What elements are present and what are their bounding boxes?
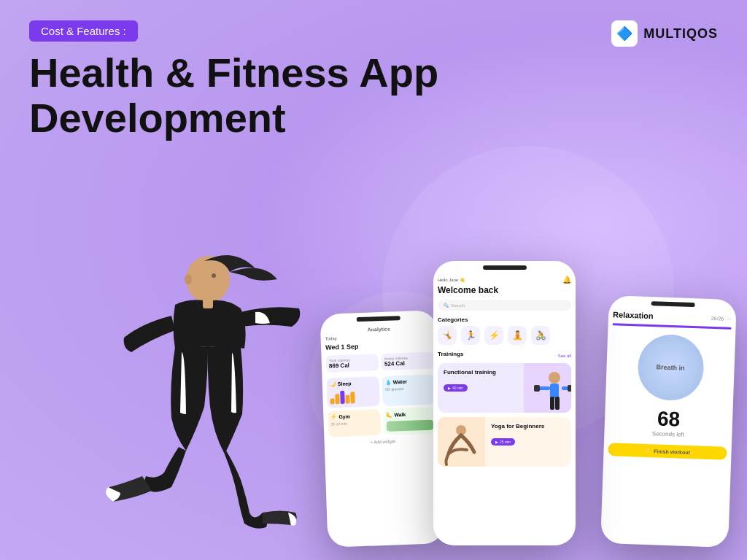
total-cal-value: 869 Cal xyxy=(329,361,376,369)
training-1-img-placeholder xyxy=(524,363,571,413)
svg-point-5 xyxy=(549,372,560,384)
sleep-bar-2 xyxy=(335,394,339,404)
see-all-link[interactable]: See all xyxy=(558,354,571,358)
cost-badge: Cost & Features : xyxy=(29,20,138,42)
trainings-header: Trainings See all xyxy=(438,351,571,360)
calories-row: Total calories 869 Cal Active calories 5… xyxy=(325,351,434,372)
bell-icon: 🔔 xyxy=(562,276,571,284)
svg-rect-13 xyxy=(438,417,485,467)
search-bar[interactable]: 🔍 Search xyxy=(438,300,571,311)
logo-icon: 🔷 xyxy=(611,20,638,47)
add-widget-btn[interactable]: + Add widget xyxy=(329,438,437,446)
total-cal-box: Total calories 869 Cal xyxy=(325,354,379,372)
sleep-bar-3 xyxy=(340,391,345,404)
water-label: 💧 Water xyxy=(385,378,432,386)
categories-row: 🤸 🏃 ⚡ 🧘 🚴 xyxy=(438,326,571,345)
svg-point-3 xyxy=(185,274,192,284)
category-strength[interactable]: ⚡ xyxy=(484,326,503,345)
sleep-bar-1 xyxy=(330,398,335,404)
analytics-tab: Analytics xyxy=(325,325,433,334)
training-2-info: Yoga for Beginners ▶ 25 min xyxy=(485,417,571,467)
breath-circle: Breath in xyxy=(637,334,705,402)
phone-right-screen: Relaxation 26/26 ··· Breath in 68 Second… xyxy=(600,307,736,545)
finish-workout-btn[interactable]: ⭐ Finish workout xyxy=(608,443,727,460)
main-title: Health & Fitness App Development xyxy=(29,50,438,140)
training-card-1[interactable]: Functional training ▶ 40 min xyxy=(438,363,571,413)
relaxation-title: Relaxation xyxy=(613,310,654,320)
svg-rect-11 xyxy=(550,397,554,410)
sleep-widget: 🌙 Sleep xyxy=(327,376,380,408)
finish-btn-text: Finish workout xyxy=(654,448,690,455)
count-value: 26/26 xyxy=(711,315,724,321)
progress-bar xyxy=(613,323,732,330)
trainings-label: Trainings xyxy=(438,351,464,357)
walk-widget: 🦶 Walk xyxy=(383,407,436,435)
water-value: 6/8 glasses xyxy=(385,386,432,392)
star-icon: ⭐ xyxy=(645,448,651,454)
logo: 🔷 MULTIQOS xyxy=(611,20,718,47)
hello-text: Hello Jane 👋 xyxy=(438,277,465,282)
category-meditation[interactable]: 🧘 xyxy=(508,326,527,345)
training-2-duration: ▶ 25 min xyxy=(491,438,515,446)
training-card-2[interactable]: Yoga for Beginners ▶ 25 min xyxy=(438,417,571,467)
training-1-info: Functional training ▶ 40 min xyxy=(438,363,524,413)
breath-circle-container: Breath in xyxy=(610,332,731,402)
gym-label: ⚡ Gym xyxy=(330,413,377,420)
sleep-label: 🌙 Sleep xyxy=(330,380,376,387)
svg-rect-7 xyxy=(538,386,550,390)
training-card-1-inner: Functional training ▶ 40 min xyxy=(438,363,571,413)
walk-label: 🦶 Walk xyxy=(386,411,433,419)
training-2-title: Yoga for Beginners xyxy=(491,423,565,430)
svg-rect-1 xyxy=(203,298,213,308)
relaxation-count: 26/26 ··· xyxy=(711,314,732,322)
active-cal-box: Active calories 524 Cal xyxy=(381,351,434,370)
title-section: Cost & Features : Health & Fitness App D… xyxy=(29,20,438,140)
center-header: Hello Jane 👋 🔔 xyxy=(438,276,571,284)
phone-notch-center xyxy=(483,265,527,270)
sleep-bars xyxy=(330,388,377,404)
relaxation-title-text: Relaxation xyxy=(613,310,654,320)
phone-main: Hello Jane 👋 🔔 Welcome back 🔍 Search Cat… xyxy=(433,261,576,545)
dots-icon: ··· xyxy=(727,315,732,322)
training-card-2-inner: Yoga for Beginners ▶ 25 min xyxy=(438,417,571,467)
training-1-image xyxy=(524,363,571,413)
logo-text: MULTIQOS xyxy=(643,26,718,42)
category-cycle[interactable]: 🚴 xyxy=(531,326,550,345)
training-1-duration: ▶ 40 min xyxy=(444,384,468,392)
svg-rect-12 xyxy=(555,397,560,410)
phones-container: Analytics Today Wed 1 Sep Total calories… xyxy=(324,181,732,560)
phone-analytics: Analytics Today Wed 1 Sep Total calories… xyxy=(320,310,444,547)
walk-graph xyxy=(387,420,433,432)
active-cal-value: 524 Cal xyxy=(384,359,431,368)
widget-row-1: 🌙 Sleep 💧 Water 6/8 glasses xyxy=(327,374,436,408)
relaxation-header: Relaxation 26/26 ··· xyxy=(613,310,732,323)
breath-text: Breath in xyxy=(656,363,684,371)
title-line2: Development xyxy=(29,95,286,141)
welcome-text: Welcome back xyxy=(438,285,571,295)
athlete-svg xyxy=(29,210,306,560)
today-label: Today xyxy=(325,332,433,341)
gym-duration: 2h 14 min xyxy=(331,420,378,426)
category-yoga[interactable]: 🤸 xyxy=(438,326,457,345)
athlete-figure xyxy=(29,210,306,560)
training-2-img-placeholder xyxy=(438,417,485,467)
phone-left-nav: ⌂ ◎ ♡ xyxy=(328,543,445,548)
date-display: Wed 1 Sep xyxy=(325,340,433,351)
phone-notch-left xyxy=(357,316,400,322)
training-2-image xyxy=(438,417,485,467)
search-icon: 🔍 xyxy=(444,303,449,308)
training-1-title: Functional training xyxy=(444,369,518,376)
svg-rect-6 xyxy=(550,384,559,398)
sleep-bar-4 xyxy=(345,395,349,404)
progress-fill xyxy=(613,323,732,330)
category-run[interactable]: 🏃 xyxy=(461,326,480,345)
search-placeholder: Search xyxy=(451,303,465,308)
svg-point-2 xyxy=(212,273,216,278)
phone-notch-right xyxy=(651,301,694,307)
gym-widget: ⚡ Gym 2h 14 min xyxy=(328,409,381,437)
title-line1: Health & Fitness App xyxy=(29,50,438,96)
svg-rect-10 xyxy=(568,385,571,392)
phone-center-screen: Hello Jane 👋 🔔 Welcome back 🔍 Search Cat… xyxy=(433,273,576,542)
phone-relaxation: Relaxation 26/26 ··· Breath in 68 Second… xyxy=(600,295,737,548)
categories-label: Categories xyxy=(438,316,571,323)
